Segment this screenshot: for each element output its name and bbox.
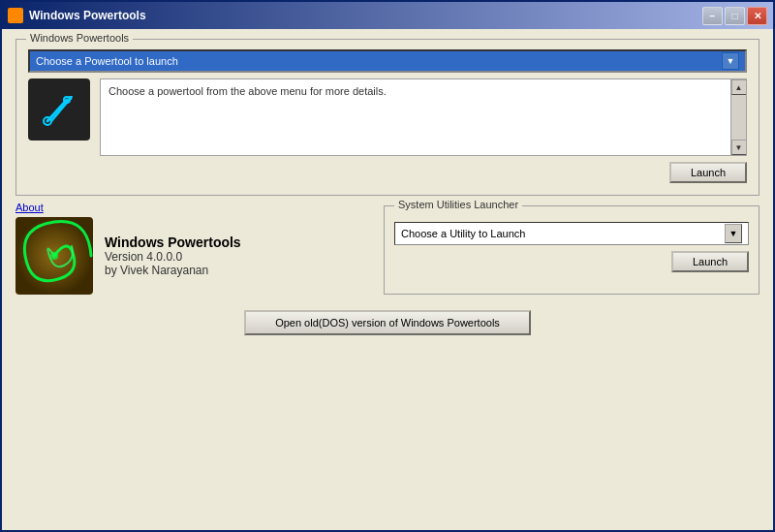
spiral-svg <box>16 217 93 295</box>
powertool-dropdown-value: Choose a Powertool to launch <box>36 55 178 67</box>
scroll-down-arrow[interactable]: ▼ <box>731 140 747 155</box>
bottom-section: About <box>16 205 760 295</box>
powertool-launch-row: Launch <box>28 162 747 183</box>
powertool-launch-button[interactable]: Launch <box>669 162 747 183</box>
utilities-dropdown-arrow: ▼ <box>725 224 742 243</box>
about-link[interactable]: About <box>16 202 44 213</box>
description-text: Choose a powertool from the above menu f… <box>108 85 387 97</box>
powertool-content-row: Choose a powertool from the above menu f… <box>28 78 747 156</box>
powertool-group: Windows Powertools Choose a Powertool to… <box>16 39 760 196</box>
powertool-dropdown[interactable]: Choose a Powertool to launch ▼ <box>28 49 747 73</box>
maximize-button[interactable]: □ <box>725 7 745 25</box>
utilities-dropdown[interactable]: Choose a Utility to Launch ▼ <box>394 222 749 245</box>
utilities-group: System Utilities Launcher Choose a Utili… <box>384 205 760 295</box>
title-bar: ⚙ Windows Powertools − □ ✕ <box>2 2 773 29</box>
utilities-dropdown-value: Choose a Utility to Launch <box>401 228 525 239</box>
scroll-up-arrow[interactable]: ▲ <box>731 79 747 95</box>
about-version: Version 4.0.0.0 <box>105 250 241 264</box>
window-title: Windows Powertools <box>29 9 702 22</box>
description-box: Choose a powertool from the above menu f… <box>100 78 747 156</box>
utilities-launch-row: Launch <box>394 251 749 272</box>
utilities-launch-button[interactable]: Launch <box>671 251 749 272</box>
tool-icon <box>28 78 90 141</box>
minimize-button[interactable]: − <box>702 7 723 25</box>
about-text: Windows Powertools Version 4.0.0.0 by Vi… <box>105 235 241 277</box>
main-window: ⚙ Windows Powertools − □ ✕ Windows Power… <box>0 0 775 532</box>
about-section: About <box>16 205 370 295</box>
powertool-group-legend: Windows Powertools <box>26 32 133 44</box>
about-logo <box>16 217 93 295</box>
title-bar-buttons: − □ ✕ <box>702 7 767 25</box>
app-icon: ⚙ <box>8 8 23 23</box>
utilities-legend: System Utilities Launcher <box>394 199 522 210</box>
window-body: Windows Powertools Choose a Powertool to… <box>2 29 773 530</box>
footer-row: Open old(DOS) version of Windows Powerto… <box>16 310 760 335</box>
powertool-dropdown-arrow: ▼ <box>722 52 739 70</box>
close-button[interactable]: ✕ <box>747 7 767 25</box>
description-scrollbar: ▲ ▼ <box>730 79 746 155</box>
about-author: by Vivek Narayanan <box>105 264 241 277</box>
tool-icon-svg <box>40 90 78 129</box>
dos-version-button[interactable]: Open old(DOS) version of Windows Powerto… <box>244 310 531 335</box>
about-app-title: Windows Powertools <box>105 235 241 250</box>
svg-point-6 <box>50 252 58 260</box>
svg-line-3 <box>51 98 71 121</box>
